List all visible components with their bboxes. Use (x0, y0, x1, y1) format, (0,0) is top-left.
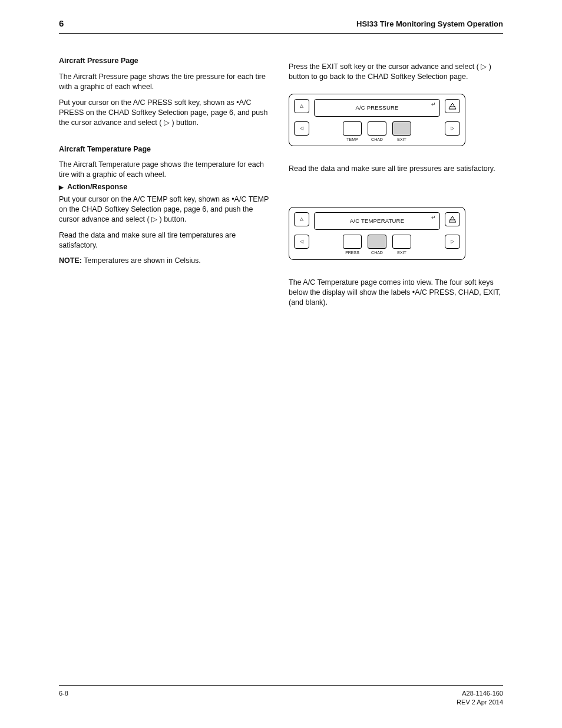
right-after: The A/C Temperature page comes into view… (289, 278, 503, 308)
up-triangle-strike-button[interactable] (445, 212, 460, 226)
left-para-1: The Aircraft Pressure page shows the tir… (59, 72, 273, 92)
left-triangle-button[interactable]: ◁ (294, 235, 309, 249)
page-header: 6 HSI33 Tire Monitoring System Operation (59, 18, 503, 34)
up-triangle-strike-button[interactable] (445, 99, 460, 113)
right-triangle-icon: ▷ (164, 118, 170, 127)
left-column: Aircraft Pressure Page The Aircraft Pres… (59, 56, 273, 309)
right-triangle-icon: ▷ (151, 215, 157, 223)
softkey-2[interactable] (368, 235, 386, 249)
right-mid: Read the data and make sure all tire pre… (289, 164, 503, 174)
aircraft-pressure-heading: Aircraft Pressure Page (59, 56, 273, 66)
chad-display: A/C TEMPERATURE ↵ (314, 212, 440, 230)
left-triangle-button[interactable]: ◁ (294, 121, 309, 136)
page-number: 6-8 (59, 689, 68, 707)
enter-icon: ↵ (431, 214, 436, 221)
right-triangle-button[interactable]: ▷ (445, 121, 460, 136)
chad-display: A/C PRESSURE ↵ (314, 99, 440, 117)
softkey-labels: PRESS CHAD EXIT (314, 250, 440, 255)
left-para-3: The Aircraft Temperature page shows the … (59, 160, 273, 180)
two-columns: Aircraft Pressure Page The Aircraft Pres… (59, 56, 503, 309)
doc-rev: A28-1146-160 REV 2 Apr 2014 (457, 689, 503, 707)
right-triangle-button[interactable]: ▷ (445, 235, 460, 249)
softkey-labels: TEMP CHAD EXIT (314, 137, 440, 142)
chad-panel-temperature: △ A/C TEMPERATURE ↵ ◁ ▷ (289, 207, 465, 259)
left-para-2: Put your cursor on the A/C PRESS soft ke… (59, 98, 273, 128)
up-triangle-button[interactable]: △ (294, 212, 309, 226)
right-column: Press the EXIT soft key or the cursor ad… (289, 56, 503, 309)
chad-panel-pressure: △ A/C PRESSURE ↵ ◁ ▷ (289, 94, 465, 146)
softkey-3[interactable] (392, 235, 411, 249)
softkeys-row (314, 121, 440, 136)
left-note-intro: Read the data and make sure all tire tem… (59, 230, 273, 251)
softkey-2[interactable] (368, 121, 386, 136)
softkeys-row (314, 235, 440, 249)
up-triangle-button[interactable]: △ (294, 99, 309, 113)
aircraft-temp-heading: Aircraft Temperature Page (59, 144, 273, 154)
right-triangle-icon: ▷ (481, 62, 487, 71)
enter-icon: ↵ (431, 101, 436, 108)
softkey-3[interactable] (392, 121, 411, 136)
softkey-1[interactable] (343, 121, 362, 136)
page-footer: 6-8 A28-1146-160 REV 2 Apr 2014 (59, 685, 503, 707)
right-intro: Press the EXIT soft key or the cursor ad… (289, 62, 503, 82)
slot-number: 6 (59, 18, 64, 29)
left-step-para: Put your cursor on the A/C TEMP soft key… (59, 195, 273, 225)
section-title: HSI33 Tire Monitoring System Operation (356, 19, 503, 29)
softkey-1[interactable] (343, 235, 362, 249)
action-response-heading: Action/Response (59, 182, 273, 192)
left-note: NOTE: Temperatures are shown in Celsius. (59, 256, 273, 266)
